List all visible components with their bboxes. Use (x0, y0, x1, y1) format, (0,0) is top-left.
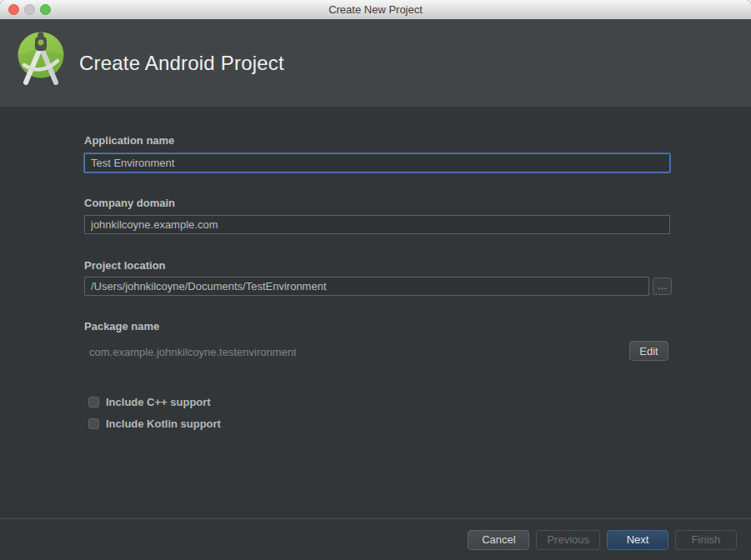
company-domain-input[interactable] (84, 215, 670, 234)
cancel-button[interactable]: Cancel (468, 530, 529, 550)
next-button[interactable]: Next (607, 530, 668, 550)
cpp-support-option[interactable]: Include C++ support (88, 395, 211, 408)
create-new-project-dialog: Create New Project Create Android Projec… (0, 0, 751, 560)
application-name-label: Application name (84, 134, 174, 147)
previous-button[interactable]: Previous (536, 530, 600, 550)
form-area: Application name Company domain Project … (0, 107, 751, 518)
kotlin-support-label: Include Kotlin support (106, 418, 221, 430)
project-location-input[interactable] (84, 277, 649, 296)
application-name-input[interactable] (84, 153, 670, 172)
project-location-label: Project location (84, 259, 166, 272)
window-title: Create New Project (0, 0, 751, 19)
titlebar: Create New Project (0, 0, 751, 19)
wizard-header: Create Android Project (0, 19, 751, 107)
package-name-value: com.example.johnkilcoyne.testenvironment (89, 346, 297, 358)
page-title: Create Android Project (79, 19, 284, 107)
package-name-label: Package name (84, 320, 159, 332)
browse-button[interactable]: … (653, 278, 672, 295)
kotlin-support-option[interactable]: Include Kotlin support (88, 417, 221, 430)
cpp-support-label: Include C++ support (106, 396, 211, 408)
wizard-footer: Cancel Previous Next Finish (0, 518, 751, 560)
android-studio-logo-icon (17, 31, 65, 86)
company-domain-label: Company domain (84, 197, 175, 209)
cpp-support-checkbox[interactable] (88, 397, 99, 408)
finish-button[interactable]: Finish (675, 530, 737, 550)
kotlin-support-checkbox[interactable] (88, 418, 99, 429)
edit-package-button[interactable]: Edit (629, 341, 668, 361)
